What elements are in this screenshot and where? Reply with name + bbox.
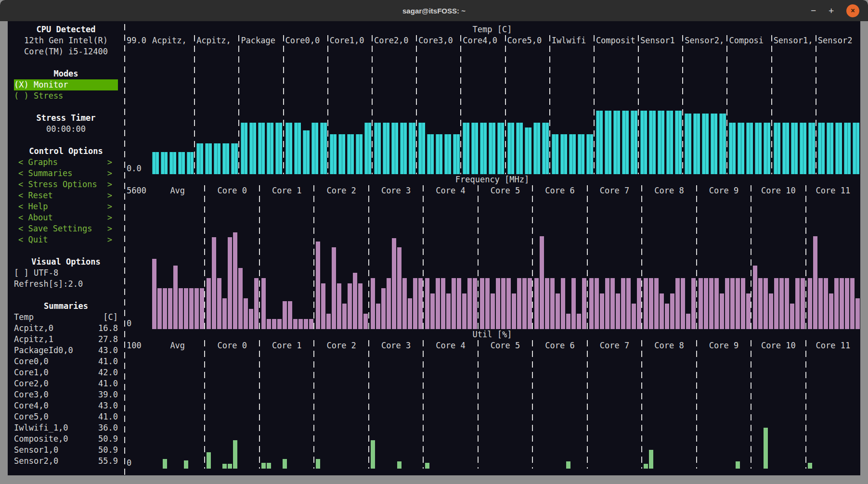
chart-column: Avg: [150, 340, 205, 469]
chart-column-label: Core 11: [806, 340, 860, 351]
option-arrow: >: [107, 223, 112, 234]
chart-bar: [228, 464, 232, 469]
chart-bar: [729, 123, 736, 174]
mode-option-stress[interactable]: ( ) Stress: [14, 90, 118, 102]
option-arrow: >: [107, 179, 112, 190]
option-stress-options[interactable]: < Stress Options >: [14, 179, 118, 190]
chart-bar: [550, 278, 555, 329]
y-max-label: 99.0: [127, 35, 150, 46]
chart-bar: [254, 278, 259, 329]
y-min-label: 0: [127, 458, 150, 469]
y-axis: 5600 0: [124, 185, 150, 329]
chart-bars: [806, 351, 860, 469]
chart-bar: [736, 461, 740, 469]
chart-bar: [528, 278, 532, 329]
chart-bar: [720, 293, 724, 329]
chart-bars: [478, 351, 532, 469]
chart-bars: [423, 351, 478, 469]
summary-row: Composite,0 50.9: [14, 433, 118, 445]
chart-column-label: Avg: [150, 340, 205, 351]
option-quit[interactable]: < Quit >: [14, 234, 118, 245]
chart-bar: [741, 278, 745, 329]
summary-label: Temp: [14, 312, 34, 323]
summary-value: 41.0: [98, 378, 118, 389]
chart-bar: [168, 288, 172, 329]
chart-bar: [446, 293, 451, 329]
chart-bar: [337, 283, 341, 329]
chart-bar: [540, 236, 544, 329]
chart-bar: [408, 298, 412, 329]
chart-bar: [261, 278, 266, 329]
option-graphs[interactable]: < Graphs >: [14, 157, 118, 168]
chart-bar: [489, 123, 495, 174]
chart-column: Core 8: [642, 340, 696, 469]
chart-bar: [660, 293, 664, 329]
chart-bar: [818, 278, 823, 329]
chart-bar: [507, 123, 514, 174]
chart-bars: [642, 196, 696, 329]
chart-bar: [304, 319, 308, 329]
chart-bar: [425, 278, 429, 329]
chart-bar: [200, 288, 204, 329]
summary-row: Core3,0 39.0: [14, 389, 118, 400]
chart-bar: [693, 114, 700, 174]
chart-bar: [827, 123, 833, 174]
chart-column-label: Core 4: [423, 340, 478, 351]
chart-bar: [356, 134, 363, 174]
mode-option-monitor[interactable]: (X) Monitor: [14, 79, 118, 90]
chart-bar: [261, 463, 266, 469]
chart-column: Sensor2,: [683, 35, 727, 174]
chart-bar: [275, 123, 282, 174]
chart-column: Core 10: [751, 340, 805, 469]
chart-bars: [461, 46, 505, 174]
chart-bars: [150, 196, 205, 329]
chart-column: Acpitz,: [194, 35, 239, 174]
chart-bar: [321, 283, 325, 329]
y-max-label: 100: [127, 340, 150, 351]
chart-bar: [719, 114, 726, 174]
option-save-settings[interactable]: < Save Settings >: [14, 223, 118, 234]
chart-bar: [785, 278, 789, 329]
maximize-button[interactable]: +: [829, 6, 834, 15]
chart-bar: [383, 123, 389, 174]
refresh-field[interactable]: Refresh[s]:2.0: [14, 279, 118, 290]
chart-bar: [258, 123, 265, 174]
option-label: < Stress Options: [18, 179, 97, 190]
option-about[interactable]: < About >: [14, 212, 118, 223]
summaries-heading: Summaries: [14, 301, 118, 312]
chart-bar: [397, 461, 402, 469]
chart-column-label: Core 6: [532, 185, 587, 196]
chart-bar: [187, 152, 194, 174]
option-label: < Graphs: [18, 157, 58, 168]
chart-column-label: Core0,0: [284, 35, 328, 46]
chart-bar: [402, 278, 407, 329]
option-reset[interactable]: < Reset >: [14, 190, 118, 201]
chart-bar: [582, 278, 586, 329]
chart-column: Core0,0: [284, 35, 328, 174]
chart-bar: [189, 288, 194, 329]
option-help[interactable]: < Help >: [14, 201, 118, 212]
minimize-button[interactable]: −: [811, 6, 816, 15]
option-summaries[interactable]: < Summaries >: [14, 168, 118, 179]
chart-bar: [222, 298, 227, 329]
chart-bar: [480, 278, 484, 329]
chart-bar: [347, 134, 354, 174]
chart-bar: [444, 134, 451, 174]
terminal-content: CPU Detected 12th Gen Intel(R) Core(TM) …: [8, 21, 860, 475]
close-button[interactable]: ×: [846, 4, 859, 17]
summary-row: Acpitz,0 16.8: [14, 323, 118, 334]
chart-bars: [642, 351, 696, 469]
utf8-checkbox[interactable]: [ ] UTF-8: [14, 267, 118, 279]
chart-column-label: Core 6: [532, 340, 587, 351]
chart-bar: [622, 111, 629, 174]
chart-bar: [779, 278, 784, 329]
util-chart: Util [%] 100 0 AvgCore 0Core 1Core 2Core…: [124, 329, 860, 475]
chart-column-label: Core 11: [806, 185, 860, 196]
chart-bar: [409, 123, 415, 174]
summary-value: [C]: [103, 312, 118, 323]
chart-bars: [328, 46, 372, 174]
chart-column-label: Core1,0: [328, 35, 372, 46]
chart-column: Core 7: [587, 340, 642, 469]
chart-bar: [808, 123, 815, 174]
chart-column: Sensor2: [816, 35, 860, 174]
